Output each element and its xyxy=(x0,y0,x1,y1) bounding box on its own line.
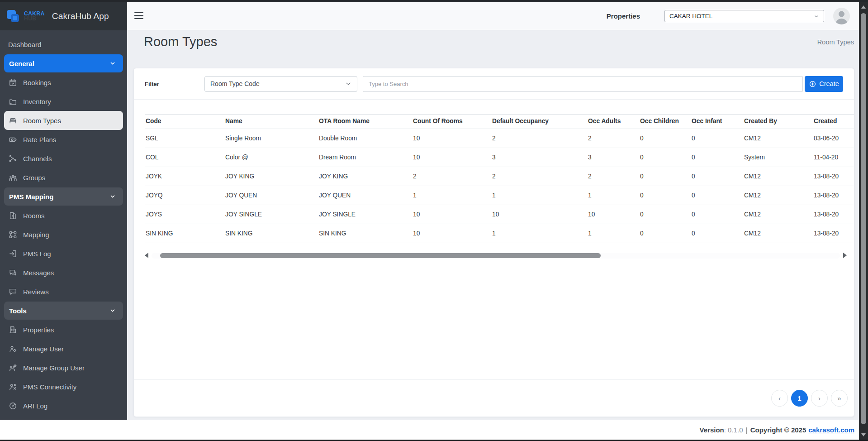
horizontal-scrollbar-thumb[interactable] xyxy=(160,253,601,258)
bed-icon xyxy=(8,116,17,125)
cakrahub-logo-icon: CAKRAHUB xyxy=(6,9,45,24)
comment-stars-icon xyxy=(8,287,17,296)
pagination-page-1-button[interactable]: 1 xyxy=(791,390,808,407)
table-scroll-viewport: Code Name OTA Room Name Count Of Rooms D… xyxy=(145,114,854,243)
user-avatar[interactable] xyxy=(833,8,850,24)
sidebar-item-properties[interactable]: Properties xyxy=(0,320,127,339)
create-button[interactable]: Create xyxy=(805,76,843,92)
sidebar-item-messages[interactable]: Messages xyxy=(0,263,127,282)
version-colon: : xyxy=(724,426,728,434)
comments-icon xyxy=(8,268,17,277)
sidebar-item-inventory[interactable]: Inventory xyxy=(0,92,127,111)
vertical-scrollbar-thumb[interactable] xyxy=(861,13,866,424)
top-navbar: Properties CAKAR HOTEL xyxy=(127,2,859,30)
sidebar-item-pms-log[interactable]: PMS Log xyxy=(0,244,127,263)
column-header-code: Code xyxy=(145,115,224,129)
footer-separator: | xyxy=(745,426,747,434)
table-row: JOYSJOY SINGLEJOY SINGLE10101000CM1213-0… xyxy=(145,205,854,224)
properties-label: Properties xyxy=(607,12,640,20)
sidebar-toggle-button[interactable] xyxy=(134,12,143,19)
vertical-scrollbar[interactable] xyxy=(859,2,868,440)
user-gear-icon xyxy=(8,344,17,353)
sidebar-section-pms-mapping[interactable]: PMS Mapping xyxy=(4,187,123,206)
sidebar-item-rooms[interactable]: Rooms xyxy=(0,206,127,225)
share-nodes-icon xyxy=(8,154,17,163)
door-icon xyxy=(8,211,17,220)
search-input[interactable] xyxy=(363,76,803,92)
gauge-icon xyxy=(8,401,17,410)
sidebar-section-general[interactable]: General xyxy=(4,54,123,72)
pagination-last-button[interactable]: » xyxy=(831,390,848,407)
column-header-created-by: Created By xyxy=(743,115,813,129)
column-header-name: Name xyxy=(224,115,318,129)
column-header-count-of-rooms: Count Of Rooms xyxy=(412,115,491,129)
sidebar-item-ari-log[interactable]: ARI Log xyxy=(0,396,127,415)
table-row: SGLSingle RoomDouble Room102200CM1203-06… xyxy=(145,129,854,148)
brand[interactable]: CAKRAHUB CakraHub App xyxy=(0,2,127,30)
column-header-occ-adults: Occ Adults xyxy=(587,115,639,129)
scroll-left-arrow-icon[interactable] xyxy=(145,253,148,258)
object-group-icon xyxy=(8,230,17,239)
column-header-default-occupancy: Default Occupancy xyxy=(491,115,587,129)
pagination-next-button[interactable]: › xyxy=(811,390,828,407)
sidebar-nav: Dashboard General Bookings Inventory Roo… xyxy=(0,30,127,420)
copyright-text: Copyright © 2025 xyxy=(750,426,806,434)
page-title: Room Types xyxy=(144,34,217,49)
users-icon xyxy=(8,173,17,182)
table-row: SIN KINGSIN KINGSIN KING101100CM1213-08-… xyxy=(145,224,854,243)
sidebar-item-channels[interactable]: Channels xyxy=(0,149,127,168)
chevron-down-icon xyxy=(109,193,116,200)
scroll-down-arrow-icon[interactable] xyxy=(861,433,866,436)
property-select-value: CAKAR HOTEL xyxy=(669,13,712,19)
sidebar-item-dashboard[interactable]: Dashboard xyxy=(0,35,127,54)
sidebar-item-log-email[interactable]: Log Email xyxy=(0,415,127,420)
filter-type-select[interactable]: Room Type Code xyxy=(204,76,357,92)
sidebar-item-manage-group-user[interactable]: Manage Group User xyxy=(0,358,127,377)
column-header-created: Created xyxy=(813,115,854,129)
room-types-card: Filter Room Type Code Create Co xyxy=(133,68,854,417)
table-row: JOYKJOY KINGJOY KING22200CM1213-08-20 xyxy=(145,167,854,186)
main-content: Room Types Room Types Filter Room Type C… xyxy=(127,30,859,420)
column-header-ota-room-name: OTA Room Name xyxy=(318,115,412,129)
sidebar-item-manage-user[interactable]: Manage User xyxy=(0,339,127,358)
sidebar-item-reviews[interactable]: Reviews xyxy=(0,282,127,301)
sidebar-item-pms-connectivity[interactable]: PMS Connectivity xyxy=(0,377,127,396)
calendar-check-icon xyxy=(8,78,17,87)
filter-label: Filter xyxy=(145,81,204,87)
sidebar: CAKRAHUB CakraHub App Dashboard General … xyxy=(0,2,127,420)
user-network-icon xyxy=(8,382,17,391)
users-gear-icon xyxy=(8,363,17,372)
door-arrow-icon xyxy=(8,249,17,258)
breadcrumb: Room Types xyxy=(817,38,854,46)
chevron-down-icon xyxy=(345,81,351,87)
sidebar-section-tools[interactable]: Tools xyxy=(4,302,123,320)
scroll-right-arrow-icon[interactable] xyxy=(843,253,847,258)
horizontal-scrollbar-track[interactable] xyxy=(152,253,840,259)
filter-type-value: Room Type Code xyxy=(210,80,260,87)
app-title: CakraHub App xyxy=(52,11,109,21)
sidebar-item-rate-plans[interactable]: Rate Plans xyxy=(0,130,127,149)
circle-plus-icon xyxy=(809,80,816,88)
page-footer: Version: 0.1.0 | Copyright © 2025 cakras… xyxy=(0,420,868,440)
version-label: Version xyxy=(700,426,724,434)
property-select[interactable]: CAKAR HOTEL xyxy=(664,10,824,22)
cakrasoft-link[interactable]: cakrasoft.com xyxy=(808,426,854,434)
folder-icon xyxy=(8,97,17,106)
sidebar-item-mapping[interactable]: Mapping xyxy=(0,225,127,244)
room-types-table: Code Name OTA Room Name Count Of Rooms D… xyxy=(145,114,854,243)
filter-bar: Filter Room Type Code Create xyxy=(134,68,854,100)
building-icon xyxy=(8,325,17,334)
chevron-down-icon xyxy=(814,14,819,19)
version-value: 0.1.0 xyxy=(728,426,743,434)
sidebar-item-room-types[interactable]: Room Types xyxy=(4,111,123,130)
sidebar-item-groups[interactable]: Groups xyxy=(0,168,127,187)
column-header-occ-infant: Occ Infant xyxy=(691,115,743,129)
table-area: Code Name OTA Room Name Count Of Rooms D… xyxy=(134,100,854,379)
create-button-label: Create xyxy=(819,80,839,87)
pagination-prev-button[interactable]: ‹ xyxy=(771,390,788,407)
sidebar-item-bookings[interactable]: Bookings xyxy=(0,73,127,92)
chevron-down-icon xyxy=(109,60,116,67)
table-row: COLColor @Dream Room103300System11-04-20 xyxy=(145,148,854,167)
table-row: JOYQJOY QUENJOY QUEN11100CM1213-08-20 xyxy=(145,186,854,205)
scroll-up-arrow-icon[interactable] xyxy=(861,5,866,9)
